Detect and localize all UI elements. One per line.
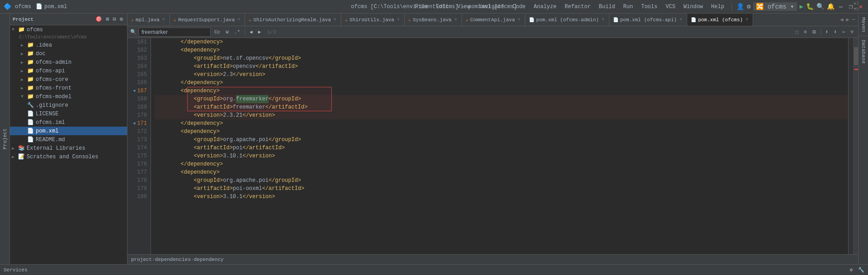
code-line-180: <version>3.10.1</version> [155, 193, 848, 201]
sidebar-item-ofcms-api[interactable]: ▶ 📁 ofcms-api [10, 66, 127, 75]
scratch-icon: 📝 [18, 153, 25, 160]
tab-sysbeans[interactable]: ☕ SysBeans.java × [405, 14, 462, 26]
sidebar-item-scratches[interactable]: ▶ 📝 Scratches and Consoles [10, 152, 127, 161]
tab-pom-admin[interactable]: 📄 pom.xml (ofcms-admin) × [525, 14, 609, 26]
database-panel-label[interactable]: Database [859, 36, 868, 67]
profile-icon[interactable]: 👤 [736, 3, 744, 10]
sidebar-settings-icon[interactable]: ⚙ [118, 15, 124, 23]
search-input[interactable] [138, 28, 211, 37]
sidebar-item-label: Scratches and Consoles [27, 154, 98, 160]
gutter-marker-171[interactable]: ◀ [133, 119, 135, 128]
tab-close-comment-api[interactable]: × [517, 17, 521, 23]
tab-more[interactable]: ⋯ [851, 16, 856, 24]
menu-run[interactable]: Run [621, 3, 636, 11]
tab-scroll-right[interactable]: ▶ [845, 16, 850, 24]
tab-icon-pom-admin: 📄 [529, 17, 534, 23]
tab-mpl[interactable]: ☕ mpl.java × [127, 14, 170, 26]
tab-shiro-utils[interactable]: ☕ ShiroUtils.java × [341, 14, 405, 26]
tab-close-pom-ofcms[interactable]: × [745, 17, 749, 23]
settings-icon[interactable]: ⚙ [747, 3, 750, 10]
sidebar-item-ofcms-admin[interactable]: ▶ 📁 ofcms-admin [10, 58, 127, 66]
menu-window[interactable]: Window [681, 3, 706, 11]
status-settings-icon[interactable]: ⚙ [849, 267, 853, 273]
arrow-icon: ▶ [12, 146, 18, 151]
vertical-scrollbar[interactable]: ▲1 ▼6 [854, 38, 858, 254]
arrow-icon: ▼ [21, 94, 27, 99]
maven-panel-label[interactable]: Maven [859, 14, 868, 36]
tab-close-shiro-realm[interactable]: × [333, 17, 337, 23]
sidebar-item-ofcms-iml[interactable]: ▶ 📄 ofcms.iml [10, 118, 127, 127]
editor-toolbar-list[interactable]: ≡ [802, 29, 809, 35]
code-line-174: <artifactId>poi</artifactId> [155, 144, 848, 152]
debug-icon[interactable]: 🐛 [806, 3, 814, 10]
menu-help[interactable]: Help [708, 3, 727, 11]
line-num-170: 170 [127, 111, 151, 119]
tab-close-pom-admin[interactable]: × [601, 17, 605, 23]
tab-shiro-realm[interactable]: ☕ ShiroAuthorizingRealm.java × [245, 14, 341, 26]
run-icon[interactable]: ▶ [800, 3, 803, 10]
sidebar-expand-icon[interactable]: ⊞ [104, 15, 110, 23]
menu-vcs[interactable]: VCS [663, 3, 678, 11]
tab-close-sysbeans[interactable]: × [453, 17, 458, 23]
tab-scroll-left[interactable]: ◀ [839, 16, 844, 24]
menu-build[interactable]: Build [596, 3, 618, 11]
sidebar-collapse-icon[interactable]: ⊟ [112, 15, 118, 23]
tab-pom-ofcms[interactable]: 📄 pom.xml (ofcms) × [687, 14, 753, 26]
sidebar-locate-icon[interactable]: 🎯 [94, 15, 104, 23]
breadcrumb-project[interactable]: project [131, 257, 152, 262]
breadcrumb-dependency[interactable]: dependency [194, 257, 224, 262]
sidebar-item-ext-libs[interactable]: ▶ 📚 External Libraries [10, 144, 127, 152]
toolbar-sep2 [821, 29, 821, 35]
tab-pom-api[interactable]: 📄 pom.xml (ofcms-api) × [609, 14, 687, 26]
tab-close-mpl[interactable]: × [161, 17, 166, 23]
code-content[interactable]: </dependency> <dependency> <groupId>net.… [151, 38, 848, 254]
editor-toolbar-structure[interactable]: ⬚ [793, 28, 800, 35]
sidebar-item-project-root[interactable]: ▼ 📁 ofcms [10, 25, 127, 34]
sidebar-title: Project [13, 17, 92, 22]
line-num-174: 174 [127, 144, 151, 152]
tab-close-pom-api[interactable]: × [679, 17, 683, 23]
search-next-btn[interactable]: ▶ [256, 28, 263, 35]
menu-analyze[interactable]: Analyze [531, 3, 559, 11]
editor-toolbar-filter[interactable]: ▽ [849, 28, 855, 35]
services-label[interactable]: Services [4, 267, 28, 273]
tab-close-request[interactable]: × [236, 17, 241, 23]
editor-toolbar-more[interactable]: ⋯ [840, 28, 847, 35]
notifications-icon[interactable]: 🔔 [827, 3, 835, 10]
editor-toolbar-scroll-up[interactable]: ⬆ [824, 28, 830, 35]
tab-label-shiro-utils: ShiroUtils.java [349, 17, 394, 23]
scrollbar-thumb[interactable] [854, 47, 858, 65]
sidebar-item-ofcms-front[interactable]: ▶ 📁 ofcms-front [10, 84, 127, 92]
gutter-marker-167[interactable]: ◀ [133, 87, 135, 95]
menu-tools[interactable]: Tools [638, 3, 660, 11]
sidebar-item-gitignore[interactable]: ▶ 🔧 .gitignore [10, 101, 127, 109]
breadcrumb-dependencies[interactable]: dependencies [155, 257, 191, 262]
search-prev-btn[interactable]: ◀ [248, 28, 255, 35]
search-everywhere-icon[interactable]: 🔍 [816, 3, 824, 10]
sidebar-item-doc[interactable]: ▶ 📁 doc [10, 49, 127, 58]
folder-icon: 📁 [27, 93, 34, 100]
editor-toolbar-scroll-down[interactable]: ⬇ [832, 28, 839, 35]
search-word-btn[interactable]: W [224, 29, 231, 35]
sidebar-item-license[interactable]: ▶ 📄 LICENSE [10, 109, 127, 118]
status-tools-icon[interactable]: 🔧 [858, 267, 864, 273]
sidebar-item-readme[interactable]: ▶ 📄 README.md [10, 135, 127, 144]
search-regex-btn[interactable]: .* [232, 29, 242, 35]
tab-close-shiro-utils[interactable]: × [396, 17, 401, 23]
tab-label-shiro-realm: ShiroAuthorizingRealm.java [253, 17, 331, 23]
sidebar-item-ofcms-core[interactable]: ▶ 📁 ofcms-core [10, 75, 127, 84]
tab-comment-api[interactable]: ☕ CommentApi.java × [462, 14, 525, 26]
sidebar-item-ofcms-model[interactable]: ▼ 📁 ofcms-model [10, 92, 127, 101]
search-case-btn[interactable]: Cc [212, 29, 222, 35]
tab-request[interactable]: ☕ RequestSupport.java × [170, 14, 245, 26]
editor-toolbar-split[interactable]: ⧉ [811, 29, 818, 35]
minimize-button[interactable]: — [837, 3, 844, 10]
arrow-icon: ▶ [21, 77, 27, 82]
sidebar-item-pom-xml[interactable]: ▶ 📄 pom.xml [10, 127, 127, 135]
line-num-173: 173 [127, 136, 151, 144]
menu-refactor[interactable]: Refactor [562, 3, 594, 11]
sidebar-item-idea[interactable]: ▶ 📁 .idea [10, 41, 127, 49]
sidebar-item-label: ofcms [27, 27, 43, 33]
branch-indicator[interactable]: 🔀 ofcms ▾ [753, 2, 797, 11]
line-num-162: 162 [127, 46, 151, 54]
